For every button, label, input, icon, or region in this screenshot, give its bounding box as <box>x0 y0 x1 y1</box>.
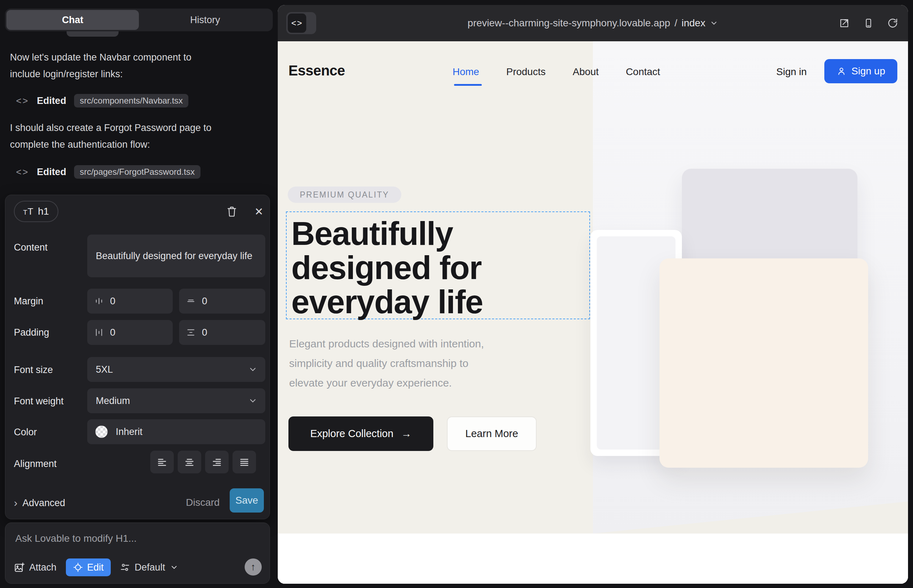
margin-y-input[interactable]: 0 <box>179 289 265 313</box>
content-textarea[interactable]: Beautifully designed for everyday life <box>87 234 265 277</box>
alignment-label: Alignment <box>14 459 57 470</box>
color-select[interactable]: Inherit <box>87 419 265 444</box>
hero-card-cream <box>659 258 868 468</box>
heading-line: designed for <box>291 250 483 285</box>
color-swatch <box>95 425 108 438</box>
align-justify-icon <box>239 457 249 467</box>
edited-file-row[interactable]: <> Edited src/components/Navbar.tsx <box>16 93 188 108</box>
premium-quality-badge: PREMIUM QUALITY <box>288 186 401 203</box>
margin-y-value: 0 <box>202 296 207 307</box>
edited-file-row[interactable]: <> Edited src/pages/ForgotPassword.tsx <box>16 164 201 180</box>
chevron-down-icon <box>248 365 257 374</box>
attach-image-icon <box>14 562 24 573</box>
collapsed-message-pill[interactable] <box>66 31 118 37</box>
align-right-button[interactable] <box>205 451 228 473</box>
heading-line: everyday life <box>291 285 483 319</box>
message-line: Now let's update the Navbar component to <box>10 49 241 66</box>
message-line: I should also create a Forgot Password p… <box>10 120 241 136</box>
edited-label: Edited <box>37 95 66 107</box>
preview-site: Essence Home Products About Contact Sign… <box>278 41 908 584</box>
assistant-message: I should also create a Forgot Password p… <box>10 120 241 153</box>
hero-heading[interactable]: Beautifully designed for everyday life <box>291 216 483 319</box>
hero-paragraph: Elegant products designed with intention… <box>289 334 484 393</box>
advanced-toggle[interactable]: › Advanced <box>14 497 65 509</box>
font-weight-value: Medium <box>96 396 130 407</box>
url-separator: / <box>674 18 677 29</box>
font-size-select[interactable]: 5XL <box>87 357 265 382</box>
align-center-icon <box>184 457 195 467</box>
send-button[interactable]: ↑ <box>244 559 262 575</box>
padding-y-icon <box>186 328 196 337</box>
refresh-button[interactable] <box>887 18 898 29</box>
learn-more-button[interactable]: Learn More <box>447 417 537 451</box>
margin-x-input[interactable]: 0 <box>87 289 173 313</box>
learn-more-label: Learn More <box>465 428 518 439</box>
open-external-button[interactable] <box>839 18 850 29</box>
user-icon <box>837 66 847 76</box>
element-inspector-panel: TT h1 ✕ Content Beautifully designed for… <box>5 195 270 519</box>
preview-browser-bar: <> preview--charming-site-symphony.lovab… <box>278 5 908 41</box>
margin-x-icon <box>94 297 104 306</box>
align-left-icon <box>157 457 167 467</box>
paragraph-line: Elegant products designed with intention… <box>289 334 484 354</box>
chat-composer: Attach Edit Default <box>5 522 270 584</box>
align-justify-button[interactable] <box>233 451 256 473</box>
paragraph-line: elevate your everyday experience. <box>289 373 484 393</box>
discard-button[interactable]: Discard <box>186 497 220 508</box>
font-size-label: Font size <box>14 365 53 375</box>
nav-link-products[interactable]: Products <box>506 66 546 78</box>
selected-element-tag: TT h1 <box>14 201 58 222</box>
padding-label: Padding <box>14 327 49 338</box>
attach-button[interactable]: Attach <box>14 562 57 573</box>
url-page: index <box>682 18 706 29</box>
chevron-down-icon <box>248 396 257 405</box>
chevron-right-icon: › <box>14 497 18 509</box>
tab-chat[interactable]: Chat <box>6 10 139 30</box>
edit-mode-pill[interactable]: Edit <box>66 559 111 576</box>
align-center-button[interactable] <box>178 451 201 473</box>
arrow-right-icon: → <box>401 428 412 439</box>
align-left-button[interactable] <box>150 451 174 473</box>
sign-in-link[interactable]: Sign in <box>776 66 807 78</box>
nav-link-home[interactable]: Home <box>453 66 479 78</box>
nav-link-about[interactable]: About <box>573 66 599 78</box>
type-icon: TT <box>23 206 34 217</box>
tab-history[interactable]: History <box>139 10 271 30</box>
mode-selector[interactable]: Default <box>120 562 178 573</box>
padding-x-value: 0 <box>110 327 115 338</box>
color-value: Inherit <box>116 426 142 438</box>
lovable-workspace: Chat History Now let's update the Navbar… <box>0 0 913 588</box>
site-logo[interactable]: Essence <box>288 63 345 79</box>
padding-x-icon <box>94 328 104 337</box>
url-bar[interactable]: preview--charming-site-symphony.lovable.… <box>278 5 908 41</box>
target-icon <box>73 562 83 572</box>
padding-y-input[interactable]: 0 <box>179 320 265 345</box>
sign-up-button[interactable]: Sign up <box>824 59 897 83</box>
delete-element-button[interactable] <box>224 204 240 219</box>
explore-collection-button[interactable]: Explore Collection → <box>288 417 433 451</box>
file-chip[interactable]: src/components/Navbar.tsx <box>74 94 188 108</box>
chevron-down-icon <box>170 563 178 572</box>
preview-panel: <> preview--charming-site-symphony.lovab… <box>278 5 908 584</box>
site-nav: Home Products About Contact <box>453 66 660 78</box>
mobile-view-button[interactable] <box>863 18 874 29</box>
url-host: preview--charming-site-symphony.lovable.… <box>468 18 670 29</box>
font-weight-select[interactable]: Medium <box>87 388 265 413</box>
explore-label: Explore Collection <box>310 428 393 439</box>
composer-input[interactable] <box>15 533 250 544</box>
font-weight-label: Font weight <box>14 396 64 407</box>
nav-link-contact[interactable]: Contact <box>626 66 660 78</box>
heading-line: Beautifully <box>291 216 483 250</box>
close-panel-button[interactable]: ✕ <box>251 204 267 219</box>
save-button[interactable]: Save <box>230 488 264 512</box>
edited-label: Edited <box>37 166 66 178</box>
attach-label: Attach <box>29 562 57 573</box>
file-chip[interactable]: src/pages/ForgotPassword.tsx <box>74 165 201 179</box>
padding-x-input[interactable]: 0 <box>87 320 173 345</box>
section-below-hero <box>278 533 908 584</box>
composer-toolbar: Attach Edit Default <box>14 559 178 576</box>
content-value: Beautifully designed for everyday life <box>96 249 253 263</box>
chevron-down-icon <box>710 19 718 27</box>
mode-label: Default <box>134 562 165 573</box>
message-line: include login/register links: <box>10 66 241 82</box>
